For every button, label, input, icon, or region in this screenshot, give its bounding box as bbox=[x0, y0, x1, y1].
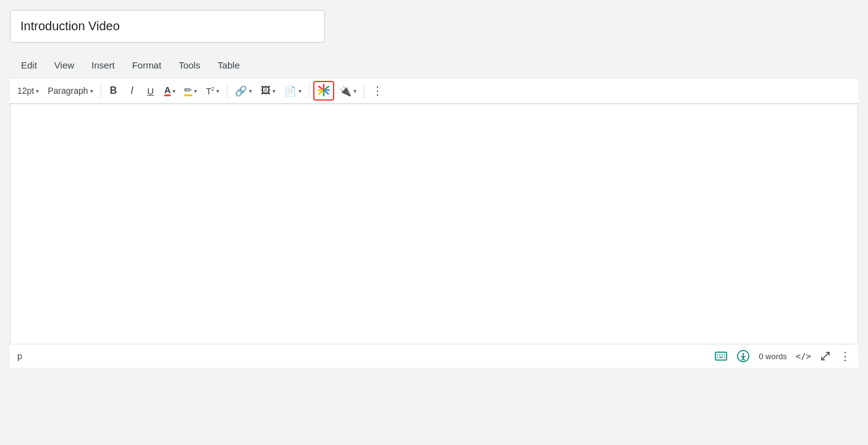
svg-line-22 bbox=[822, 352, 829, 360]
google-apps-button[interactable] bbox=[313, 81, 334, 101]
toolbar: 12pt ▾ Paragraph ▾ B I U A ▾ ✏ ▾ bbox=[10, 78, 858, 104]
keyboard-icon[interactable] bbox=[714, 349, 728, 363]
svg-rect-10 bbox=[719, 354, 720, 356]
more-options-icon: ⋮ bbox=[372, 84, 384, 98]
paragraph-style-selector[interactable]: Paragraph ▾ bbox=[44, 81, 96, 101]
menu-view[interactable]: View bbox=[46, 55, 83, 75]
paragraph-style-label: Paragraph bbox=[48, 86, 88, 96]
code-view-icon[interactable]: </> bbox=[796, 351, 811, 361]
separator-3 bbox=[309, 83, 310, 98]
svg-rect-8 bbox=[715, 352, 727, 360]
font-size-selector[interactable]: 12pt ▾ bbox=[14, 81, 43, 101]
image-chevron-icon: ▾ bbox=[272, 88, 276, 94]
document-chevron-icon: ▾ bbox=[298, 88, 301, 94]
plugin-button[interactable]: 🔌 ▾ bbox=[335, 81, 360, 101]
document-icon: 📄 bbox=[284, 85, 297, 97]
svg-rect-13 bbox=[717, 357, 718, 358]
menu-bar: Edit View Insert Format Tools Table bbox=[10, 55, 858, 75]
italic-icon: I bbox=[130, 85, 133, 96]
image-icon: 🖼 bbox=[261, 85, 271, 96]
status-right: 0 words </> ⋮ bbox=[714, 349, 851, 363]
link-icon: 🔗 bbox=[235, 85, 247, 97]
link-button[interactable]: 🔗 ▾ bbox=[231, 81, 256, 101]
bold-icon: B bbox=[110, 85, 117, 96]
editor-wrapper: Edit View Insert Format Tools Table 12pt… bbox=[10, 10, 858, 368]
svg-point-17 bbox=[743, 353, 744, 355]
element-indicator: p bbox=[17, 351, 22, 361]
accessibility-icon[interactable] bbox=[736, 349, 750, 363]
separator-2 bbox=[227, 83, 227, 98]
plugin-icon: 🔌 bbox=[339, 85, 352, 97]
word-count: 0 words bbox=[759, 352, 787, 361]
svg-rect-14 bbox=[719, 357, 723, 358]
google-star-icon bbox=[317, 83, 331, 99]
more-status-icon[interactable]: ⋮ bbox=[840, 349, 851, 363]
menu-insert[interactable]: Insert bbox=[83, 55, 124, 75]
highlight-color-button[interactable]: ✏ ▾ bbox=[180, 81, 201, 101]
menu-edit[interactable]: Edit bbox=[12, 55, 46, 75]
highlight-icon: ✏ bbox=[184, 85, 192, 96]
svg-rect-11 bbox=[722, 354, 723, 356]
menu-table[interactable]: Table bbox=[209, 55, 248, 75]
underline-icon: U bbox=[147, 86, 154, 96]
document-title-input[interactable] bbox=[10, 10, 325, 43]
svg-line-21 bbox=[743, 359, 744, 360]
font-size-chevron-icon: ▾ bbox=[36, 88, 39, 94]
expand-icon[interactable] bbox=[820, 351, 831, 362]
menu-tools[interactable]: Tools bbox=[170, 55, 209, 75]
document-button[interactable]: 📄 ▾ bbox=[280, 81, 305, 101]
svg-rect-9 bbox=[717, 354, 718, 356]
font-color-chevron-icon: ▾ bbox=[172, 88, 175, 94]
superscript-button[interactable]: T2 ▾ bbox=[202, 81, 223, 101]
superscript-chevron-icon: ▾ bbox=[216, 88, 219, 94]
svg-rect-12 bbox=[724, 354, 725, 356]
image-button[interactable]: 🖼 ▾ bbox=[257, 81, 279, 101]
font-size-label: 12pt bbox=[17, 86, 34, 96]
paragraph-style-chevron-icon: ▾ bbox=[90, 88, 93, 94]
font-color-icon: A bbox=[164, 85, 171, 96]
plugin-chevron-icon: ▾ bbox=[353, 88, 356, 94]
underline-button[interactable]: U bbox=[142, 81, 159, 101]
separator-1 bbox=[101, 83, 101, 98]
font-color-button[interactable]: A ▾ bbox=[161, 81, 180, 101]
link-chevron-icon: ▾ bbox=[249, 88, 252, 94]
menu-format[interactable]: Format bbox=[124, 55, 171, 75]
bold-button[interactable]: B bbox=[105, 81, 122, 101]
status-bar: p bbox=[10, 344, 858, 368]
editor-area[interactable] bbox=[10, 104, 858, 344]
highlight-chevron-icon: ▾ bbox=[194, 88, 197, 94]
separator-4 bbox=[364, 83, 364, 98]
italic-button[interactable]: I bbox=[124, 81, 141, 101]
more-options-button[interactable]: ⋮ bbox=[368, 81, 387, 101]
svg-rect-15 bbox=[724, 357, 725, 358]
superscript-icon: T2 bbox=[206, 86, 214, 96]
